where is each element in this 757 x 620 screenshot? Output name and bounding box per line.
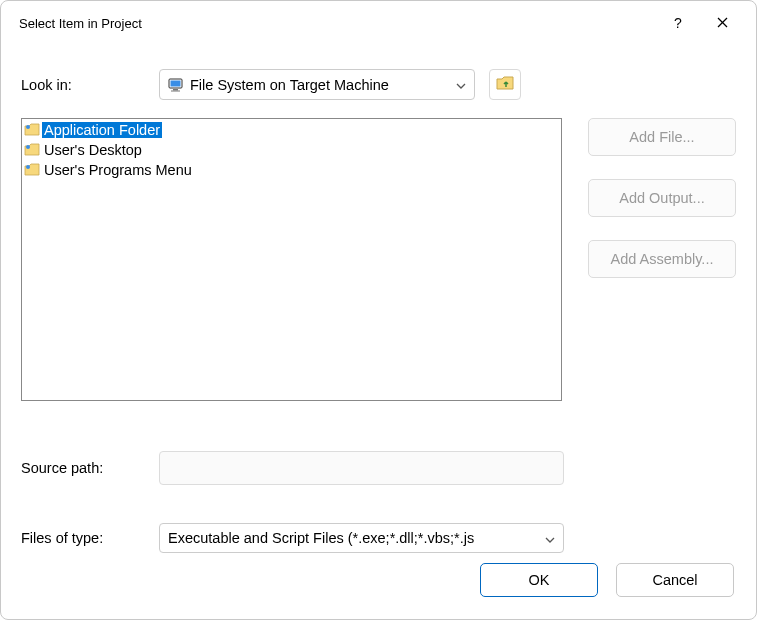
svg-point-8 xyxy=(26,165,30,169)
up-folder-button[interactable] xyxy=(489,69,521,100)
title-bar: Select Item in Project ? xyxy=(1,1,756,41)
svg-point-7 xyxy=(26,145,30,149)
tree-item-label: Application Folder xyxy=(42,122,162,138)
files-type-selected: Executable and Script Files (*.exe;*.dll… xyxy=(168,530,545,546)
tree-item-label: User's Programs Menu xyxy=(42,162,194,178)
folder-up-icon xyxy=(496,75,514,94)
lookin-selected: File System on Target Machine xyxy=(190,77,456,93)
tree-item-users-programs-menu[interactable]: User's Programs Menu xyxy=(22,160,561,180)
folder-icon xyxy=(24,142,40,158)
source-path-field xyxy=(159,451,564,485)
chevron-down-icon xyxy=(456,79,466,91)
chevron-down-icon xyxy=(545,530,555,546)
lookin-label: Look in: xyxy=(21,77,159,93)
svg-rect-5 xyxy=(171,90,180,91)
folder-listbox[interactable]: Application Folder User's Desktop User's… xyxy=(21,118,562,401)
side-buttons: Add File... Add Output... Add Assembly..… xyxy=(588,118,736,421)
source-row: Source path: xyxy=(21,451,736,485)
files-type-combo[interactable]: Executable and Script Files (*.exe;*.dll… xyxy=(159,523,564,553)
close-icon xyxy=(717,15,728,31)
main-row: Application Folder User's Desktop User's… xyxy=(21,118,736,421)
dialog-window: Select Item in Project ? Look in: File S… xyxy=(0,0,757,620)
tree-item-application-folder[interactable]: Application Folder xyxy=(22,120,561,140)
close-button[interactable] xyxy=(700,9,744,37)
files-label: Files of type: xyxy=(21,530,159,546)
svg-rect-4 xyxy=(173,89,178,91)
dialog-footer: OK Cancel xyxy=(1,563,756,619)
tree-item-label: User's Desktop xyxy=(42,142,144,158)
svg-rect-3 xyxy=(171,80,181,86)
dialog-content: Look in: File System on Target Machine xyxy=(1,41,756,563)
tree-item-users-desktop[interactable]: User's Desktop xyxy=(22,140,561,160)
svg-point-6 xyxy=(26,125,30,129)
add-assembly-button[interactable]: Add Assembly... xyxy=(588,240,736,278)
dialog-title: Select Item in Project xyxy=(19,16,656,31)
help-icon: ? xyxy=(674,15,682,31)
ok-button[interactable]: OK xyxy=(480,563,598,597)
cancel-button[interactable]: Cancel xyxy=(616,563,734,597)
folder-icon xyxy=(24,122,40,138)
computer-icon xyxy=(168,78,184,92)
files-row: Files of type: Executable and Script Fil… xyxy=(21,523,736,553)
add-file-button[interactable]: Add File... xyxy=(588,118,736,156)
help-button[interactable]: ? xyxy=(656,9,700,37)
folder-icon xyxy=(24,162,40,178)
lookin-row: Look in: File System on Target Machine xyxy=(21,69,736,100)
lookin-combo[interactable]: File System on Target Machine xyxy=(159,69,475,100)
source-label: Source path: xyxy=(21,460,159,476)
add-output-button[interactable]: Add Output... xyxy=(588,179,736,217)
